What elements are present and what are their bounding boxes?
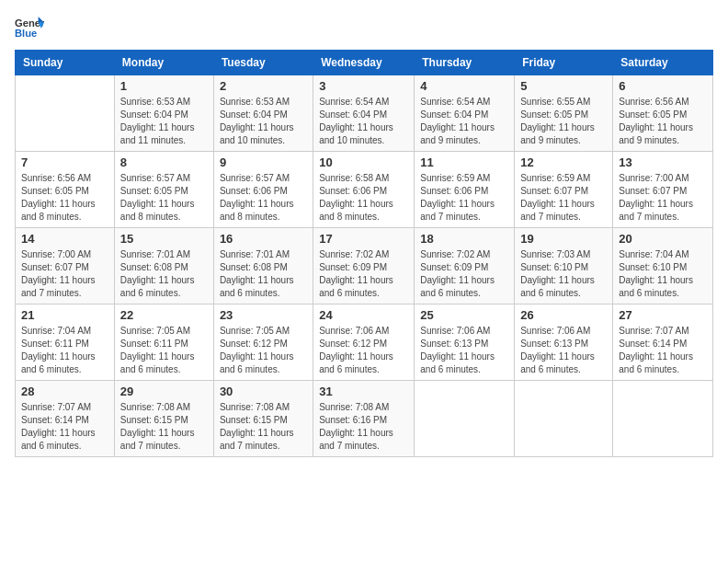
calendar-week-row: 28Sunrise: 7:07 AMSunset: 6:14 PMDayligh… xyxy=(16,381,713,457)
day-info: Sunrise: 7:07 AMSunset: 6:14 PMDaylight:… xyxy=(21,401,108,453)
day-info: Sunrise: 7:05 AMSunset: 6:12 PMDaylight:… xyxy=(220,325,307,376)
day-number: 5 xyxy=(520,79,607,93)
day-number: 12 xyxy=(520,155,607,169)
calendar-cell: 9Sunrise: 6:57 AMSunset: 6:06 PMDaylight… xyxy=(213,152,313,228)
day-info: Sunrise: 7:01 AMSunset: 6:08 PMDaylight:… xyxy=(120,248,208,300)
calendar-cell: 19Sunrise: 7:03 AMSunset: 6:10 PMDayligh… xyxy=(515,228,613,304)
calendar-cell xyxy=(613,381,713,457)
calendar-cell xyxy=(515,381,613,457)
day-info: Sunrise: 6:59 AMSunset: 6:07 PMDaylight:… xyxy=(520,172,607,224)
day-info: Sunrise: 7:03 AMSunset: 6:10 PMDaylight:… xyxy=(520,248,607,300)
calendar-cell: 13Sunrise: 7:00 AMSunset: 6:07 PMDayligh… xyxy=(613,152,713,228)
day-info: Sunrise: 7:04 AMSunset: 6:10 PMDaylight:… xyxy=(619,248,707,300)
day-number: 26 xyxy=(520,308,607,322)
svg-text:Blue: Blue xyxy=(15,28,37,39)
calendar-cell: 20Sunrise: 7:04 AMSunset: 6:10 PMDayligh… xyxy=(613,228,713,304)
calendar-cell: 8Sunrise: 6:57 AMSunset: 6:05 PMDaylight… xyxy=(114,152,213,228)
column-header-saturday: Saturday xyxy=(613,51,713,75)
day-info: Sunrise: 6:54 AMSunset: 6:04 PMDaylight:… xyxy=(420,96,508,147)
column-header-sunday: Sunday xyxy=(16,51,115,75)
day-info: Sunrise: 7:08 AMSunset: 6:15 PMDaylight:… xyxy=(120,401,208,453)
calendar-cell: 5Sunrise: 6:55 AMSunset: 6:05 PMDaylight… xyxy=(515,75,613,152)
day-number: 14 xyxy=(21,232,108,246)
calendar-week-row: 21Sunrise: 7:04 AMSunset: 6:11 PMDayligh… xyxy=(16,304,713,381)
day-info: Sunrise: 7:05 AMSunset: 6:11 PMDaylight:… xyxy=(120,325,208,376)
day-number: 24 xyxy=(319,308,408,322)
calendar-cell: 29Sunrise: 7:08 AMSunset: 6:15 PMDayligh… xyxy=(114,381,213,457)
calendar-cell: 17Sunrise: 7:02 AMSunset: 6:09 PMDayligh… xyxy=(313,228,415,304)
calendar-cell: 3Sunrise: 6:54 AMSunset: 6:04 PMDaylight… xyxy=(313,75,415,152)
day-info: Sunrise: 6:53 AMSunset: 6:04 PMDaylight:… xyxy=(220,96,307,147)
day-number: 17 xyxy=(319,232,408,246)
day-info: Sunrise: 7:00 AMSunset: 6:07 PMDaylight:… xyxy=(21,248,108,300)
day-number: 11 xyxy=(420,155,508,169)
day-number: 1 xyxy=(120,79,208,93)
calendar-cell: 12Sunrise: 6:59 AMSunset: 6:07 PMDayligh… xyxy=(515,152,613,228)
calendar-cell: 18Sunrise: 7:02 AMSunset: 6:09 PMDayligh… xyxy=(415,228,515,304)
day-info: Sunrise: 7:06 AMSunset: 6:13 PMDaylight:… xyxy=(520,325,607,376)
calendar-cell: 25Sunrise: 7:06 AMSunset: 6:13 PMDayligh… xyxy=(415,304,515,381)
day-number: 3 xyxy=(319,79,408,93)
day-number: 8 xyxy=(120,155,208,169)
day-number: 4 xyxy=(420,79,508,93)
calendar-body: 1Sunrise: 6:53 AMSunset: 6:04 PMDaylight… xyxy=(16,75,713,457)
day-number: 20 xyxy=(619,232,707,246)
day-number: 19 xyxy=(520,232,607,246)
day-number: 29 xyxy=(120,385,208,398)
column-header-tuesday: Tuesday xyxy=(213,51,313,75)
day-info: Sunrise: 7:07 AMSunset: 6:14 PMDaylight:… xyxy=(619,325,707,376)
day-info: Sunrise: 7:02 AMSunset: 6:09 PMDaylight:… xyxy=(420,248,508,300)
calendar-cell: 11Sunrise: 6:59 AMSunset: 6:06 PMDayligh… xyxy=(415,152,515,228)
day-info: Sunrise: 6:54 AMSunset: 6:04 PMDaylight:… xyxy=(319,96,408,147)
day-number: 27 xyxy=(619,308,707,322)
calendar-cell: 28Sunrise: 7:07 AMSunset: 6:14 PMDayligh… xyxy=(16,381,115,457)
day-info: Sunrise: 6:57 AMSunset: 6:05 PMDaylight:… xyxy=(120,172,208,224)
day-number: 10 xyxy=(319,155,408,169)
day-info: Sunrise: 6:58 AMSunset: 6:06 PMDaylight:… xyxy=(319,172,408,224)
calendar-cell xyxy=(16,75,115,152)
column-header-wednesday: Wednesday xyxy=(313,51,415,75)
calendar-cell: 14Sunrise: 7:00 AMSunset: 6:07 PMDayligh… xyxy=(16,228,115,304)
day-number: 28 xyxy=(21,385,108,398)
calendar-week-row: 14Sunrise: 7:00 AMSunset: 6:07 PMDayligh… xyxy=(16,228,713,304)
calendar-cell: 7Sunrise: 6:56 AMSunset: 6:05 PMDaylight… xyxy=(16,152,115,228)
day-number: 21 xyxy=(21,308,108,322)
day-info: Sunrise: 7:01 AMSunset: 6:08 PMDaylight:… xyxy=(220,248,307,300)
calendar-cell xyxy=(415,381,515,457)
calendar-cell: 31Sunrise: 7:08 AMSunset: 6:16 PMDayligh… xyxy=(313,381,415,457)
day-number: 2 xyxy=(220,79,307,93)
calendar-cell: 16Sunrise: 7:01 AMSunset: 6:08 PMDayligh… xyxy=(213,228,313,304)
calendar-cell: 10Sunrise: 6:58 AMSunset: 6:06 PMDayligh… xyxy=(313,152,415,228)
calendar-cell: 23Sunrise: 7:05 AMSunset: 6:12 PMDayligh… xyxy=(213,304,313,381)
calendar-cell: 21Sunrise: 7:04 AMSunset: 6:11 PMDayligh… xyxy=(16,304,115,381)
calendar-cell: 4Sunrise: 6:54 AMSunset: 6:04 PMDaylight… xyxy=(415,75,515,152)
calendar-cell: 22Sunrise: 7:05 AMSunset: 6:11 PMDayligh… xyxy=(114,304,213,381)
calendar-table: SundayMondayTuesdayWednesdayThursdayFrid… xyxy=(15,50,713,457)
column-header-monday: Monday xyxy=(114,51,213,75)
column-header-thursday: Thursday xyxy=(415,51,515,75)
day-number: 6 xyxy=(619,79,707,93)
calendar-cell: 1Sunrise: 6:53 AMSunset: 6:04 PMDaylight… xyxy=(114,75,213,152)
day-info: Sunrise: 6:56 AMSunset: 6:05 PMDaylight:… xyxy=(21,172,108,224)
day-info: Sunrise: 6:57 AMSunset: 6:06 PMDaylight:… xyxy=(220,172,307,224)
day-info: Sunrise: 6:56 AMSunset: 6:05 PMDaylight:… xyxy=(619,96,707,147)
calendar-cell: 27Sunrise: 7:07 AMSunset: 6:14 PMDayligh… xyxy=(613,304,713,381)
column-header-friday: Friday xyxy=(515,51,613,75)
day-info: Sunrise: 7:06 AMSunset: 6:12 PMDaylight:… xyxy=(319,325,408,376)
calendar-week-row: 1Sunrise: 6:53 AMSunset: 6:04 PMDaylight… xyxy=(16,75,713,152)
logo: General Blue xyxy=(15,15,48,40)
day-info: Sunrise: 7:00 AMSunset: 6:07 PMDaylight:… xyxy=(619,172,707,224)
day-number: 13 xyxy=(619,155,707,169)
day-info: Sunrise: 6:53 AMSunset: 6:04 PMDaylight:… xyxy=(120,96,208,147)
calendar-header-row: SundayMondayTuesdayWednesdayThursdayFrid… xyxy=(16,51,713,75)
day-number: 15 xyxy=(120,232,208,246)
day-number: 31 xyxy=(319,385,408,398)
day-number: 22 xyxy=(120,308,208,322)
day-number: 18 xyxy=(420,232,508,246)
day-info: Sunrise: 7:02 AMSunset: 6:09 PMDaylight:… xyxy=(319,248,408,300)
logo-icon: General Blue xyxy=(15,15,44,40)
day-info: Sunrise: 7:08 AMSunset: 6:16 PMDaylight:… xyxy=(319,401,408,453)
day-info: Sunrise: 7:04 AMSunset: 6:11 PMDaylight:… xyxy=(21,325,108,376)
calendar-cell: 30Sunrise: 7:08 AMSunset: 6:15 PMDayligh… xyxy=(213,381,313,457)
day-number: 9 xyxy=(220,155,307,169)
